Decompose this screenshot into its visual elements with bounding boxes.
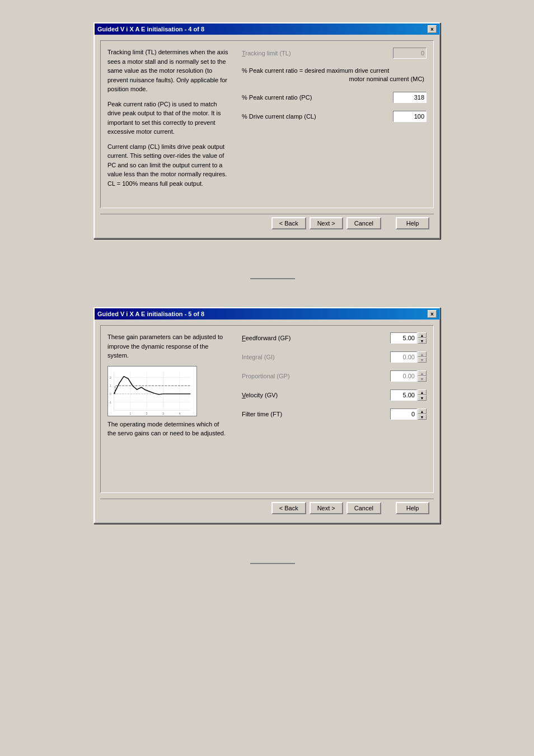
integral-label: Integral (GI) xyxy=(242,354,386,360)
tracking-limit-label: Tracking limit (TL) xyxy=(242,50,388,57)
left-text-4of8-0: Tracking limit (TL) determines when the … xyxy=(107,48,228,94)
gain-chart: 2 1 0 -1 1 2 3 4 xyxy=(107,366,197,416)
separator-1 xyxy=(250,278,295,279)
close-button-4of8[interactable]: × xyxy=(428,25,437,33)
integral-down-btn[interactable]: ▼ xyxy=(418,357,427,363)
proportional-label: Proportional (GP) xyxy=(242,373,386,379)
inner-panel-5of8: These gain parameters can be adjusted to… xyxy=(100,325,434,493)
velocity-spinner-buttons: ▲ ▼ xyxy=(418,389,427,401)
filter-time-label: Filter time (FT) xyxy=(242,411,386,417)
back-button-4of8[interactable]: < Back xyxy=(271,217,306,229)
peak-current-ratio-label: % Peak current ratio (PC) xyxy=(242,94,388,101)
window-title-4of8: Guided V i X A E initialisation - 4 of 8 xyxy=(97,26,204,32)
integral-input[interactable] xyxy=(390,351,417,363)
feedforward-down-btn[interactable]: ▼ xyxy=(418,338,427,344)
window-4of8: Guided V i X A E initialisation - 4 of 8… xyxy=(93,22,441,239)
filter-time-down-btn[interactable]: ▼ xyxy=(418,414,427,420)
velocity-up-btn[interactable]: ▲ xyxy=(418,389,427,395)
drive-current-clamp-row: % Drive current clamp (CL) xyxy=(242,111,427,122)
proportional-row: Proportional (GP) ▲ ▼ xyxy=(242,370,427,382)
info-line2: motor nominal current (MC) xyxy=(242,75,427,83)
svg-rect-0 xyxy=(109,367,196,416)
help-button-4of8[interactable]: Help xyxy=(396,217,429,229)
left-pane-4of8: Tracking limit (TL) determines when the … xyxy=(101,41,235,208)
tracking-limit-row: Tracking limit (TL) xyxy=(242,48,427,59)
window-5of8: Guided V i X A E initialisation - 5 of 8… xyxy=(93,307,441,524)
back-button-5of8[interactable]: < Back xyxy=(271,502,306,514)
left-text-5of8-1: These gain parameters can be adjusted to… xyxy=(107,332,228,360)
feedforward-spinner-buttons: ▲ ▼ xyxy=(418,332,427,344)
next-button-5of8[interactable]: Next > xyxy=(310,502,343,514)
left-text-5of8-2: The operating mode determines which of t… xyxy=(107,420,228,438)
svg-text:2: 2 xyxy=(110,376,111,379)
tracking-limit-input[interactable] xyxy=(393,48,427,59)
page-container: Guided V i X A E initialisation - 4 of 8… xyxy=(0,11,534,581)
peak-current-info: % Peak current ratio = desired maximum d… xyxy=(242,67,427,84)
drive-current-clamp-input[interactable] xyxy=(393,111,427,122)
velocity-row: Velocity (GV) ▲ ▼ xyxy=(242,389,427,401)
feedforward-row: Feedforward (GF) ▲ ▼ xyxy=(242,332,427,344)
velocity-spinner: ▲ ▼ xyxy=(390,389,427,401)
svg-text:4: 4 xyxy=(179,412,181,415)
cancel-button-5of8[interactable]: Cancel xyxy=(346,502,381,514)
window-title-5of8: Guided V i X A E initialisation - 5 of 8 xyxy=(97,311,204,317)
feedforward-label: Feedforward (GF) xyxy=(242,335,386,341)
velocity-label: Velocity (GV) xyxy=(242,392,386,398)
window-content-4of8: Tracking limit (TL) determines when the … xyxy=(95,35,439,238)
left-text-4of8-1: Peak current ratio (PC) is used to match… xyxy=(107,100,228,137)
feedforward-up-btn[interactable]: ▲ xyxy=(418,332,427,338)
velocity-input[interactable] xyxy=(390,389,417,401)
svg-text:-1: -1 xyxy=(109,401,111,403)
right-pane-5of8: Feedforward (GF) ▲ ▼ Integral (GI) xyxy=(235,326,433,492)
svg-text:1: 1 xyxy=(130,412,132,415)
velocity-down-btn[interactable]: ▼ xyxy=(418,395,427,401)
svg-text:2: 2 xyxy=(146,412,148,415)
button-bar-5of8: < Back Next > Cancel Help xyxy=(100,499,434,517)
next-button-4of8[interactable]: Next > xyxy=(310,217,343,229)
help-button-5of8[interactable]: Help xyxy=(396,502,429,514)
integral-spinner-buttons: ▲ ▼ xyxy=(418,351,427,363)
svg-text:3: 3 xyxy=(162,412,164,415)
separator-2 xyxy=(250,563,295,564)
filter-time-input[interactable] xyxy=(390,408,417,420)
proportional-up-btn[interactable]: ▲ xyxy=(418,370,427,376)
titlebar-5of8: Guided V i X A E initialisation - 5 of 8… xyxy=(95,308,439,320)
peak-current-ratio-row: % Peak current ratio (PC) xyxy=(242,92,427,103)
info-line1: % Peak current ratio = desired maximum d… xyxy=(242,67,427,75)
proportional-spinner: ▲ ▼ xyxy=(390,370,427,382)
integral-row: Integral (GI) ▲ ▼ xyxy=(242,351,427,363)
proportional-input[interactable] xyxy=(390,370,417,382)
feedforward-spinner: ▲ ▼ xyxy=(390,332,427,344)
left-text-4of8-2: Current clamp (CL) limits drive peak out… xyxy=(107,142,228,189)
close-button-5of8[interactable]: × xyxy=(428,310,437,318)
integral-up-btn[interactable]: ▲ xyxy=(418,351,427,357)
proportional-down-btn[interactable]: ▼ xyxy=(418,376,427,382)
peak-current-ratio-input[interactable] xyxy=(393,92,427,103)
drive-current-clamp-label: % Drive current clamp (CL) xyxy=(242,113,388,120)
filter-time-spinner: ▲ ▼ xyxy=(390,408,427,420)
integral-spinner: ▲ ▼ xyxy=(390,351,427,363)
inner-panel-4of8: Tracking limit (TL) determines when the … xyxy=(100,40,434,208)
svg-text:1: 1 xyxy=(110,384,111,387)
proportional-spinner-buttons: ▲ ▼ xyxy=(418,370,427,382)
button-bar-4of8: < Back Next > Cancel Help xyxy=(100,214,434,232)
svg-text:0: 0 xyxy=(110,392,111,395)
filter-time-row: Filter time (FT) ▲ ▼ xyxy=(242,408,427,420)
titlebar-4of8: Guided V i X A E initialisation - 4 of 8… xyxy=(95,24,439,35)
filter-time-up-btn[interactable]: ▲ xyxy=(418,408,427,414)
window-content-5of8: These gain parameters can be adjusted to… xyxy=(95,320,439,523)
cancel-button-4of8[interactable]: Cancel xyxy=(346,217,381,229)
filter-time-spinner-buttons: ▲ ▼ xyxy=(418,408,427,420)
left-pane-5of8: These gain parameters can be adjusted to… xyxy=(101,326,235,492)
feedforward-input[interactable] xyxy=(390,332,417,344)
right-pane-4of8: Tracking limit (TL) % Peak current ratio… xyxy=(235,41,433,208)
